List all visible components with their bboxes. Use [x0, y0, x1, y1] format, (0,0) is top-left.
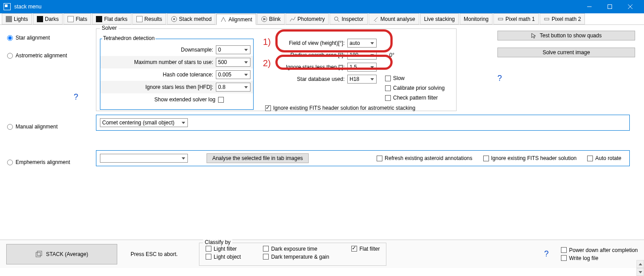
tab-flat-darks[interactable]: Flat darks: [92, 13, 131, 24]
ignore-fits-label: Ignore existing FITS header solution for…: [273, 105, 415, 111]
analyse-button[interactable]: Analyse the selected file in tab images: [207, 153, 309, 163]
ignore-fits-eph-checkbox[interactable]: [483, 156, 489, 161]
ignorestars-label: Ignore stars less then ["]:: [263, 64, 347, 70]
tab-blink[interactable]: Blink: [257, 13, 285, 24]
alignment-icon: [220, 16, 227, 23]
solver-groupbox: Solver Tetrahedron detection Downsample:…: [96, 28, 457, 111]
calibrate-checkbox[interactable]: [385, 85, 391, 91]
ephemeris-panel: Analyse the selected file in tab images …: [96, 150, 630, 166]
svg-rect-1: [608, 5, 612, 9]
stardb-label: Star database used:: [263, 76, 347, 82]
ignore-fits-checkbox[interactable]: [265, 105, 271, 111]
downsample-combo[interactable]: 0: [216, 45, 250, 54]
tab-mount-analyse[interactable]: Mount analyse: [369, 13, 419, 24]
tab-label: Flat darks: [104, 16, 127, 22]
combo-value: 500: [218, 59, 227, 65]
auto-rotate-checkbox[interactable]: [587, 156, 593, 161]
refresh-annotations-checkbox[interactable]: [377, 156, 382, 161]
test-button-label: Test button to show quads: [540, 32, 601, 39]
power-down-checkbox[interactable]: [561, 247, 567, 253]
fov-combo[interactable]: auto: [347, 39, 377, 48]
help-link[interactable]: ?: [497, 74, 502, 83]
astro-alignment-radio[interactable]: [7, 53, 13, 59]
vertical-scrollbar[interactable]: [636, 260, 644, 276]
flat-filter-checkbox[interactable]: [351, 246, 357, 252]
close-button[interactable]: [620, 0, 640, 13]
ignorehfd-label: Ignore stars less then [HFD]:: [103, 84, 216, 90]
manual-alignment-radio[interactable]: [7, 124, 13, 130]
ignorestars-combo[interactable]: 1.5: [347, 63, 377, 72]
test-button[interactable]: Test button to show quads: [497, 31, 635, 40]
ephemeris-alignment-radio[interactable]: [7, 160, 13, 165]
photometry-icon: [290, 16, 296, 22]
dark-exp-checkbox[interactable]: [263, 246, 269, 252]
light-object-label: Light object: [214, 254, 241, 260]
extended-log-label: Show extended solver log: [103, 96, 218, 103]
scroll-down-icon[interactable]: [636, 268, 644, 276]
solve-button[interactable]: Solve current image: [497, 48, 635, 57]
tab-label: Lights: [14, 16, 28, 22]
tab-label: Monitoring: [464, 16, 489, 22]
write-log-label: Write log file: [569, 255, 598, 261]
maximize-button[interactable]: [600, 0, 620, 13]
help-link[interactable]: ?: [544, 249, 549, 259]
flat-darks-icon: [96, 16, 102, 22]
write-log-checkbox[interactable]: [561, 255, 567, 261]
app-icon: [4, 3, 11, 10]
tab-stack-method[interactable]: Stack method: [167, 13, 215, 24]
ephemeris-combo[interactable]: [100, 154, 188, 163]
content-area: Star alignment Astrometric alignment ? S…: [0, 25, 644, 245]
tab-inspector[interactable]: Inspector: [330, 13, 367, 24]
stardb-combo[interactable]: H18: [347, 75, 377, 84]
manual-combo[interactable]: Comet centering (small object): [100, 118, 188, 127]
manual-alignment-panel: Comet centering (small object): [96, 115, 630, 131]
tab-pixel-math-1[interactable]: Pixel math 1: [493, 13, 539, 24]
tab-live-stacking[interactable]: Live stacking: [420, 13, 459, 24]
slow-label: Slow: [393, 75, 405, 81]
hash-label: Hash code tolerance:: [103, 72, 216, 78]
svg-point-8: [334, 17, 338, 20]
svg-line-10: [374, 17, 378, 21]
tab-lights[interactable]: Lights: [2, 13, 32, 24]
light-filter-checkbox[interactable]: [206, 246, 211, 252]
tab-alignment[interactable]: Alignment: [216, 14, 256, 25]
scroll-up-icon[interactable]: [636, 260, 644, 268]
tab-photometry[interactable]: Photometry: [286, 13, 329, 24]
solver-legend: Solver: [100, 25, 119, 31]
pattern-checkbox[interactable]: [385, 95, 391, 101]
darks-icon: [37, 16, 43, 22]
hash-combo[interactable]: 0.005: [216, 70, 250, 79]
results-icon: [136, 16, 143, 22]
dark-exp-label: Dark exposure time: [271, 246, 317, 252]
stack-button[interactable]: STACK (Average): [6, 244, 117, 264]
tab-results[interactable]: Results: [132, 13, 166, 24]
tab-pixel-math-2[interactable]: Pixel math 2: [540, 13, 585, 24]
classify-legend: Classify by: [203, 239, 232, 245]
extended-log-checkbox[interactable]: [218, 97, 224, 103]
star-alignment-radio[interactable]: [7, 35, 13, 41]
inspector-icon: [334, 16, 340, 22]
combo-value: auto: [350, 40, 360, 46]
minimize-button[interactable]: [579, 0, 600, 13]
radius-combo[interactable]: 180: [347, 51, 377, 60]
tab-label: Pixel math 2: [552, 16, 581, 22]
solve-button-label: Solve current image: [543, 49, 590, 56]
maxstars-combo[interactable]: 500: [216, 58, 250, 67]
tab-label: Blink: [269, 16, 281, 22]
ignorehfd-combo[interactable]: 0.8: [216, 83, 250, 92]
help-link[interactable]: ?: [74, 92, 78, 102]
tab-darks[interactable]: Darks: [33, 13, 63, 24]
calibrate-label: Calibrate prior solving: [393, 85, 445, 91]
math-icon: [544, 16, 550, 22]
tab-monitoring[interactable]: Monitoring: [460, 13, 493, 24]
tab-label: Pixel math 1: [505, 16, 535, 22]
tab-label: Live stacking: [424, 16, 455, 22]
ignore-fits-row: Ignore existing FITS header solution for…: [265, 105, 415, 111]
slow-checkbox[interactable]: [385, 76, 391, 81]
dark-temp-checkbox[interactable]: [263, 254, 269, 260]
tab-label: Results: [144, 16, 162, 22]
tab-flats[interactable]: Flats: [64, 13, 91, 24]
light-object-checkbox[interactable]: [206, 254, 211, 260]
svg-rect-13: [545, 18, 549, 20]
svg-line-9: [338, 20, 339, 22]
